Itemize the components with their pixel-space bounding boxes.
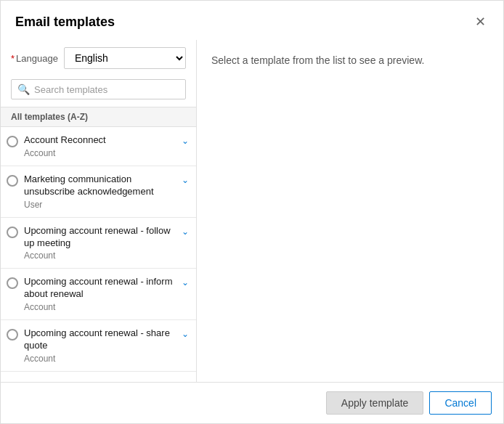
- cancel-button[interactable]: Cancel: [429, 391, 492, 415]
- template-category: User: [24, 200, 182, 210]
- language-label: *Language: [11, 53, 58, 64]
- language-select[interactable]: English: [64, 47, 186, 69]
- radio-button[interactable]: [7, 136, 18, 147]
- template-info: Upcoming account renewal - follow up mee…: [24, 225, 182, 261]
- template-category: Account: [24, 250, 182, 261]
- radio-button[interactable]: [7, 329, 18, 341]
- template-name: Upcoming account renewal - share quote: [24, 327, 182, 352]
- template-name: Upcoming account renewal - follow up mee…: [24, 225, 182, 250]
- template-category: Account: [24, 302, 182, 312]
- template-category: Account: [24, 148, 182, 158]
- dialog-header: Email templates ✕: [1, 1, 503, 40]
- apply-template-button[interactable]: Apply template: [326, 391, 424, 415]
- email-templates-dialog: Email templates ✕ *Language English 🔍 Al…: [0, 0, 504, 424]
- search-box: 🔍: [11, 79, 186, 99]
- template-item[interactable]: Marketing communication unsubscribe ackn…: [1, 166, 196, 218]
- template-name: Account Reconnect: [24, 134, 182, 147]
- required-star: *: [11, 53, 15, 64]
- preview-placeholder-text: Select a template from the list to see a…: [211, 54, 489, 66]
- close-button[interactable]: ✕: [472, 12, 489, 31]
- radio-button[interactable]: [7, 175, 18, 187]
- template-item[interactable]: Upcoming account renewal - inform about …: [1, 269, 196, 320]
- template-item[interactable]: Account Reconnect Account ⌄: [1, 127, 196, 166]
- dialog-title: Email templates: [15, 15, 115, 30]
- template-category: Account: [24, 354, 182, 364]
- template-item[interactable]: Upcoming account renewal - share quote A…: [1, 320, 196, 372]
- template-info: Marketing communication unsubscribe ackn…: [24, 174, 182, 210]
- template-item[interactable]: Upcoming account renewal - follow up mee…: [1, 218, 196, 269]
- search-input[interactable]: [34, 84, 179, 95]
- template-info: Account Reconnect Account: [24, 134, 182, 158]
- template-name: Marketing communication unsubscribe ackn…: [24, 174, 182, 198]
- dialog-body: *Language English 🔍 All templates (A-Z): [1, 40, 503, 382]
- chevron-down-icon: ⌄: [182, 329, 189, 339]
- chevron-down-icon: ⌄: [182, 227, 189, 237]
- language-row: *Language English: [1, 40, 196, 76]
- template-info: Upcoming account renewal - inform about …: [24, 276, 182, 312]
- templates-list: Account Reconnect Account ⌄ Marketing co…: [1, 127, 196, 382]
- template-name: Upcoming account renewal - inform about …: [24, 276, 182, 301]
- chevron-down-icon: ⌄: [182, 175, 189, 185]
- right-panel: Select a template from the list to see a…: [197, 40, 503, 382]
- radio-button[interactable]: [7, 277, 18, 289]
- chevron-down-icon: ⌄: [182, 277, 189, 288]
- dialog-footer: Apply template Cancel: [1, 382, 503, 423]
- search-icon: 🔍: [17, 83, 30, 95]
- radio-button[interactable]: [7, 227, 18, 238]
- left-panel: *Language English 🔍 All templates (A-Z): [1, 40, 197, 382]
- template-info: Upcoming account renewal - share quote A…: [24, 327, 182, 364]
- chevron-down-icon: ⌄: [182, 136, 189, 146]
- templates-list-header: All templates (A-Z): [1, 107, 196, 127]
